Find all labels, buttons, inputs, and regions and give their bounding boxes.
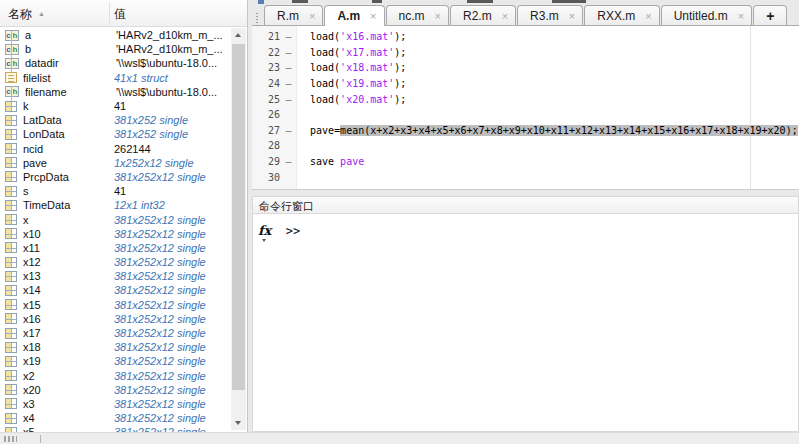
- code-token: save: [310, 156, 340, 167]
- resize-grip-icon[interactable]: [4, 436, 17, 442]
- numeric-variable-icon: [5, 200, 17, 211]
- table-row[interactable]: x18381x252x12 single: [0, 340, 231, 354]
- line-number: 28: [252, 140, 280, 151]
- table-row[interactable]: pave1x252x12 single: [0, 156, 231, 170]
- editor-panel: R.m×A.m×nc.m×R2.m×R3.m×RXX.m×Untitled.m×…: [252, 0, 799, 190]
- fx-function-hint-button[interactable]: fx: [258, 223, 271, 238]
- close-tab-icon[interactable]: ×: [738, 10, 744, 22]
- code-token: 'x17.mat': [340, 47, 394, 58]
- variable-value: 'HARv2_d10km_m_...: [116, 29, 231, 41]
- close-tab-icon[interactable]: ×: [370, 10, 376, 22]
- tab-RXX.m[interactable]: RXX.m×: [584, 5, 659, 25]
- table-row[interactable]: x4381x252x12 single: [0, 411, 231, 425]
- variable-name: filename: [25, 86, 116, 98]
- variable-value: 381x252x12 single: [114, 412, 231, 424]
- numeric-variable-icon: [5, 171, 17, 182]
- dock-grip-icon[interactable]: [256, 13, 258, 27]
- scrollbar-thumb[interactable]: [232, 44, 245, 390]
- command-window-title[interactable]: 命令行窗口: [253, 197, 798, 214]
- new-tab-button[interactable]: +: [753, 5, 787, 25]
- table-row[interactable]: x11381x252x12 single: [0, 241, 231, 255]
- table-row[interactable]: x17381x252x12 single: [0, 326, 231, 340]
- variable-name: x13: [23, 270, 114, 282]
- variable-name: x11: [23, 242, 114, 254]
- char-variable-icon: ch: [5, 58, 19, 69]
- table-row[interactable]: x20381x252x12 single: [0, 383, 231, 397]
- code-token: );: [394, 31, 406, 42]
- table-row[interactable]: x19381x252x12 single: [0, 354, 231, 368]
- char-icon-letter: h: [12, 45, 18, 54]
- code-token: load(: [310, 94, 340, 105]
- tab-label: R.m: [277, 9, 299, 23]
- line-number: 22: [252, 47, 280, 58]
- table-row[interactable]: PrcpData381x252x12 single: [0, 170, 231, 184]
- executable-line-dash: –: [280, 78, 297, 89]
- variable-value: 1x252x12 single: [114, 157, 231, 169]
- code-token: load(: [310, 31, 340, 42]
- code-token: 'x19.mat': [340, 78, 394, 89]
- numeric-variable-icon: [5, 257, 17, 268]
- table-row[interactable]: ncid262144: [0, 142, 231, 156]
- close-tab-icon[interactable]: ×: [435, 10, 441, 22]
- table-row[interactable]: TimeData12x1 int32: [0, 198, 231, 212]
- numeric-variable-icon: [5, 157, 17, 168]
- workspace-scrollbar[interactable]: [231, 28, 246, 430]
- variable-value: 381x252x12 single: [114, 355, 231, 367]
- table-row[interactable]: x15381x252x12 single: [0, 298, 231, 312]
- command-window-body[interactable]: fx >>: [253, 214, 798, 239]
- workspace-header: 名称▲ 值: [0, 0, 247, 27]
- table-row[interactable]: x16381x252x12 single: [0, 312, 231, 326]
- tab-R3.m[interactable]: R3.m×: [517, 5, 583, 25]
- table-row[interactable]: x14381x252x12 single: [0, 283, 231, 297]
- tab-R.m[interactable]: R.m×: [264, 5, 323, 25]
- variable-value: 381x252 single: [114, 114, 231, 126]
- column-header-name[interactable]: 名称▲: [8, 6, 45, 23]
- numeric-variable-icon: [5, 398, 17, 409]
- table-row[interactable]: cha'HARv2_d10km_m_...: [0, 28, 231, 42]
- variable-value: 381x252x12 single: [114, 341, 231, 353]
- table-row[interactable]: x2381x252x12 single: [0, 369, 231, 383]
- char-icon-letter: h: [12, 31, 18, 40]
- column-divider[interactable]: [109, 2, 110, 24]
- tab-R2.m[interactable]: R2.m×: [450, 5, 516, 25]
- line-number: 27: [252, 125, 280, 136]
- column-header-value[interactable]: 值: [114, 6, 126, 23]
- scroll-up-icon[interactable]: [231, 28, 246, 43]
- close-tab-icon[interactable]: ×: [569, 10, 575, 22]
- tab-label: R3.m: [530, 9, 559, 23]
- executable-line-dash: –: [280, 94, 297, 105]
- close-tab-icon[interactable]: ×: [309, 10, 315, 22]
- variable-name: k: [23, 100, 114, 112]
- table-row[interactable]: x3381x252x12 single: [0, 397, 231, 411]
- numeric-variable-icon: [5, 214, 17, 225]
- tab-label: Untitled.m: [674, 9, 728, 23]
- table-row[interactable]: chfilename'\\wsl$\ubuntu-18.0...: [0, 85, 231, 99]
- close-tab-icon[interactable]: ×: [502, 10, 508, 22]
- variable-name: filelist: [23, 72, 114, 84]
- tab-label: nc.m: [399, 9, 425, 23]
- table-row[interactable]: chb'HARv2_d10km_m_...: [0, 42, 231, 56]
- table-row[interactable]: x5381x252x12 single: [0, 425, 231, 432]
- variable-value: 381x252x12 single: [114, 171, 231, 183]
- tab-A.m[interactable]: A.m×: [324, 5, 384, 26]
- table-row[interactable]: x12381x252x12 single: [0, 255, 231, 269]
- variable-name: x18: [23, 341, 114, 353]
- table-row[interactable]: filelist41x1 struct: [0, 71, 231, 85]
- close-tab-icon[interactable]: ×: [645, 10, 651, 22]
- code-token: 'x18.mat': [340, 62, 394, 73]
- table-row[interactable]: LonData381x252 single: [0, 127, 231, 141]
- code-editor[interactable]: 21–load('x16.mat');22–load('x17.mat');23…: [252, 26, 799, 190]
- char-variable-icon: ch: [5, 44, 19, 55]
- table-row[interactable]: LatData381x252 single: [0, 113, 231, 127]
- scroll-down-icon[interactable]: [231, 415, 246, 430]
- table-row[interactable]: x13381x252x12 single: [0, 269, 231, 283]
- table-row[interactable]: x10381x252x12 single: [0, 227, 231, 241]
- tab-nc.m[interactable]: nc.m×: [386, 5, 449, 25]
- tab-Untitled.m[interactable]: Untitled.m×: [661, 5, 752, 25]
- table-row[interactable]: s41: [0, 184, 231, 198]
- table-row[interactable]: chdatadir'\\wsl$\ubuntu-18.0...: [0, 56, 231, 70]
- table-row[interactable]: x381x252x12 single: [0, 212, 231, 226]
- tab-label: A.m: [337, 9, 360, 23]
- table-row[interactable]: k41: [0, 99, 231, 113]
- command-window-panel: 命令行窗口 fx >>: [252, 196, 799, 432]
